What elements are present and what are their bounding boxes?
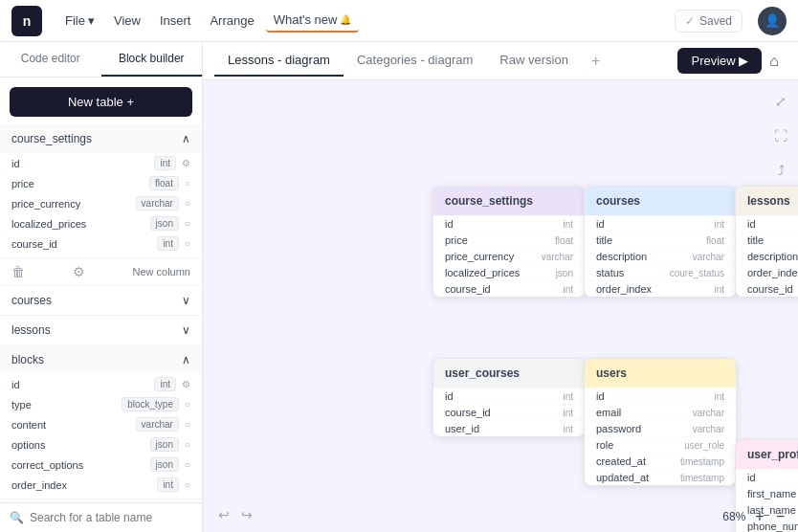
- table-row: role user_role: [585, 436, 736, 453]
- menu-items: File ▾ View Insert Arrange What's new 🔔: [57, 9, 359, 33]
- settings-icon[interactable]: ⚙: [182, 158, 190, 168]
- redo-button[interactable]: ↪: [237, 505, 256, 524]
- table-header: user_courses: [433, 359, 585, 388]
- circle-icon[interactable]: ○: [185, 459, 190, 470]
- menu-bar: n File ▾ View Insert Arrange What's new …: [0, 0, 798, 42]
- undo-redo-controls: ↩ ↪: [214, 505, 256, 524]
- settings-icon[interactable]: ⚙: [182, 379, 190, 389]
- menu-file[interactable]: File ▾: [57, 10, 102, 32]
- search-input[interactable]: [30, 511, 192, 524]
- diagram-table-courses[interactable]: courses id int title float description v…: [584, 186, 737, 298]
- table-row: price_currency varchar: [433, 248, 585, 264]
- sidebar-section-courses: courses ∨: [0, 286, 202, 316]
- sidebar-search: 🔍: [0, 502, 202, 532]
- table-row: description varchar: [736, 248, 798, 264]
- tab-lessons-diagram[interactable]: Lessons - diagram: [214, 45, 344, 77]
- menu-whats-new[interactable]: What's new 🔔: [266, 9, 360, 33]
- share-icon[interactable]: ⤴: [774, 159, 788, 182]
- table-row: order_index int: [736, 264, 798, 280]
- table-row: email varchar: [585, 404, 736, 420]
- zoom-out-button[interactable]: −: [774, 507, 787, 526]
- table-row: user_id int: [433, 420, 585, 436]
- menu-arrange[interactable]: Arrange: [202, 10, 261, 32]
- chevron-down-icon: ∨: [182, 323, 190, 337]
- field-row: course_id int ○: [0, 233, 202, 254]
- table-row: password varchar: [585, 420, 736, 436]
- sidebar-content: course_settings ∧ id int ⚙ price float ○: [0, 124, 202, 502]
- circle-icon[interactable]: ○: [185, 419, 190, 430]
- circle-icon[interactable]: ○: [185, 439, 190, 450]
- sidebar-section-header-courses[interactable]: courses ∨: [0, 286, 202, 315]
- circle-icon[interactable]: ○: [185, 198, 190, 209]
- canvas-tabs: Lessons - diagram Categories - diagram R…: [203, 42, 798, 80]
- table-row: id int: [736, 469, 798, 485]
- chevron-down-icon: ▾: [88, 13, 95, 28]
- saved-status: ✓ Saved: [675, 10, 743, 33]
- table-header: course_settings: [433, 187, 585, 215]
- diagram-table-course_settings[interactable]: course_settings id int price float price…: [432, 186, 586, 298]
- sidebar-tabs: Code editor Block builder: [0, 42, 202, 78]
- zoom-level: 68%: [722, 510, 745, 523]
- table-row: created_at timestamp: [585, 453, 736, 469]
- table-row: id int: [433, 215, 585, 232]
- circle-icon[interactable]: ○: [185, 479, 190, 490]
- check-icon: ✓: [685, 14, 695, 28]
- menu-insert[interactable]: Insert: [152, 10, 199, 32]
- table-header: users: [585, 359, 736, 388]
- preview-button[interactable]: Preview ▶: [677, 48, 762, 74]
- circle-icon[interactable]: ○: [185, 178, 190, 188]
- settings2-icon[interactable]: ⚙: [73, 264, 85, 279]
- table-row: localized_prices json: [433, 264, 585, 280]
- tab-block-builder[interactable]: Block builder: [101, 42, 203, 77]
- table-row: description varchar: [585, 248, 736, 264]
- diagram-table-lessons[interactable]: lessons id int title varchar description…: [735, 186, 798, 298]
- chevron-down-icon: ∨: [182, 294, 190, 307]
- diagram-table-user_courses[interactable]: user_courses id int course_id int user_i…: [432, 358, 586, 437]
- user-avatar[interactable]: 👤: [758, 7, 787, 35]
- sidebar-section-lessons: lessons ∨: [0, 316, 202, 345]
- circle-icon[interactable]: ○: [185, 218, 190, 229]
- field-row: options json ○: [0, 434, 202, 454]
- fullscreen-icon[interactable]: ⛶: [770, 124, 791, 147]
- main-layout: Code editor Block builder New table + co…: [0, 42, 798, 532]
- table-row: course_id int: [433, 404, 585, 420]
- section-actions: 🗑 ⚙ New column: [0, 257, 202, 285]
- diagram-table-users[interactable]: users id int email varchar password varc…: [584, 358, 737, 486]
- tab-categories-diagram[interactable]: Categories - diagram: [344, 45, 486, 77]
- sidebar: Code editor Block builder New table + co…: [0, 42, 203, 532]
- table-row: id int: [433, 388, 585, 404]
- table-row: course_id int: [736, 280, 798, 297]
- zoom-in-button[interactable]: +: [753, 507, 765, 526]
- app-logo[interactable]: n: [11, 6, 42, 36]
- new-column-button[interactable]: New column: [132, 266, 190, 277]
- add-tab-button[interactable]: +: [582, 45, 610, 78]
- table-row: id int: [585, 388, 736, 404]
- tab-raw-version[interactable]: Raw version: [486, 45, 582, 77]
- sidebar-section-header-lessons[interactable]: lessons ∨: [0, 316, 202, 344]
- table-row: id int: [736, 215, 798, 232]
- field-row: content varchar ○: [0, 414, 202, 434]
- table-row: order_index int: [585, 280, 736, 297]
- field-row: id int ⚙: [0, 374, 202, 394]
- diagram-canvas[interactable]: ⤢ ⛶ ⤴ ↑ 👁 course_settings id int price f…: [203, 80, 798, 532]
- table-row: first_name varchar: [736, 485, 798, 501]
- home-icon[interactable]: ⌂: [762, 49, 787, 74]
- tab-code-editor[interactable]: Code editor: [0, 42, 101, 77]
- table-row: title float: [585, 232, 736, 248]
- field-row: price float ○: [0, 173, 202, 193]
- sidebar-section-header-course-settings[interactable]: course_settings ∧: [0, 124, 202, 153]
- menu-view[interactable]: View: [106, 10, 148, 32]
- circle-icon[interactable]: ○: [185, 238, 190, 249]
- table-header: lessons: [736, 187, 798, 215]
- new-table-button[interactable]: New table +: [10, 87, 192, 117]
- circle-icon[interactable]: ○: [185, 399, 190, 410]
- undo-button[interactable]: ↩: [214, 505, 233, 524]
- delete-icon[interactable]: 🗑: [11, 264, 25, 279]
- bottom-bar: ↩ ↪ 68% + −: [203, 501, 798, 532]
- chevron-up-icon: ∧: [182, 353, 190, 366]
- table-row: course_id int: [433, 280, 585, 297]
- expand-icon[interactable]: ⤢: [771, 90, 790, 113]
- sidebar-section-header-blocks[interactable]: blocks ∧: [0, 345, 202, 374]
- table-row: title varchar: [736, 232, 798, 248]
- search-icon: 🔍: [10, 511, 24, 524]
